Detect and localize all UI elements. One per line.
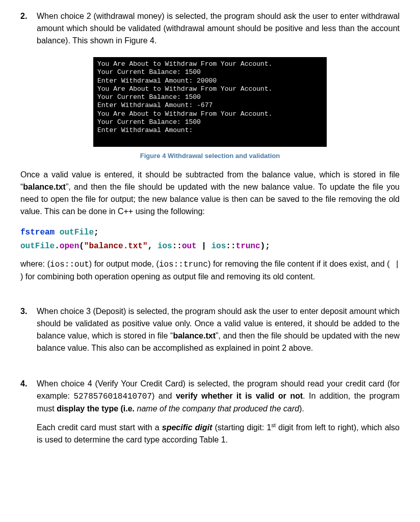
punct: ; [94,228,99,237]
list-number: 2. [20,10,37,47]
punct: ); [260,242,270,251]
terminal-line: Enter Withdrawal Amount: [97,126,193,134]
emphasis-italic: name of the company that produced the ca… [135,404,299,413]
filename-bold: balance.txt [173,331,216,340]
spacer [20,292,400,305]
text: ”, and then the file should be updated w… [20,182,400,216]
list-body: When choice 4 (Verify Your Credit Card) … [37,378,400,415]
filename-bold: balance.txt [23,182,66,191]
list-item-4: 4. When choice 4 (Verify Your Credit Car… [20,378,400,415]
emphasis-bi: specific digit [162,423,212,432]
terminal-line: Enter Withdrawal Amount: 20000 [97,77,217,85]
method: open [60,242,79,251]
list-number-blank [20,421,37,446]
list-number: 4. [20,378,37,415]
code-inline: | [390,260,400,269]
emphasis: verify whether it is valid or not [176,392,303,400]
list-body: When choice 3 (Deposit) is selected, the… [37,305,400,354]
identifier: outFile [20,242,55,251]
scope: :: [172,242,182,251]
text: ) and [152,392,176,400]
terminal-line: Enter Withdrawal Amount: -677 [97,101,213,109]
punct: . [55,242,60,251]
code-inline: ios::trunc [159,260,208,269]
terminal-line: You Are About to Withdraw From Your Acco… [97,85,272,93]
code-inline: ios::out [50,260,89,269]
flag: out [182,242,197,251]
text: ) for removing the file content if it do… [208,259,390,268]
flag: trunc [236,242,260,251]
namespace: ios [212,242,226,251]
spacer [20,364,400,378]
terminal-line: Your Current Balance: 1500 [97,93,201,101]
credit-card-number: 5278576018410707 [73,392,152,401]
text: where: ( [20,259,50,268]
punct: ( [79,242,84,251]
list-number: 3. [20,305,37,354]
paragraph-once-valid: Once a valid value is entered, it should… [20,169,400,218]
terminal-output: You Are About to Withdraw From Your Acco… [93,57,327,147]
code-line-1: fstream outFile; [20,227,400,238]
list-body: When choice 2 (withdrawal money) is sele… [37,10,400,47]
terminal-line: Your Current Balance: 1500 [97,118,201,126]
text: Each credit card must start with a [37,423,162,432]
paragraph-where: where: (ios::out) for output mode, (ios:… [20,258,400,283]
text: ). [299,404,304,413]
list-body: Each credit card must start with a speci… [37,421,400,446]
operator: | [197,242,212,251]
document-page: 2. When choice 2 (withdrawal money) is s… [0,0,420,522]
identifier: outFile [60,228,94,237]
list-item-2: 2. When choice 2 (withdrawal money) is s… [20,10,400,47]
terminal-line: Your Current Balance: 1500 [97,68,201,76]
text: (starting digit: 1 [212,423,271,432]
terminal-line: You Are About to Withdraw From Your Acco… [97,110,272,118]
space [55,228,60,237]
figure-caption: Figure 4 Withdrawal selection and valida… [20,152,400,160]
code-line-2: outFile.open("balance.txt", ios::out | i… [20,241,400,252]
scope: :: [226,242,235,251]
superscript: st [271,422,276,428]
namespace: ios [158,242,172,251]
text: ) for output mode, ( [89,259,159,268]
emphasis: display the type (i.e. [57,404,135,413]
terminal-line: You Are About to Withdraw From Your Acco… [97,60,272,68]
keyword: fstream [20,228,55,237]
terminal-wrapper: You Are About to Withdraw From Your Acco… [20,57,400,147]
string: "balance.txt" [84,242,148,251]
list-item-4-p2: Each credit card must start with a speci… [20,421,400,446]
text: ) for combining both operation opening a… [20,272,315,281]
punct: , [148,242,158,251]
list-item-3: 3. When choice 3 (Deposit) is selected, … [20,305,400,354]
